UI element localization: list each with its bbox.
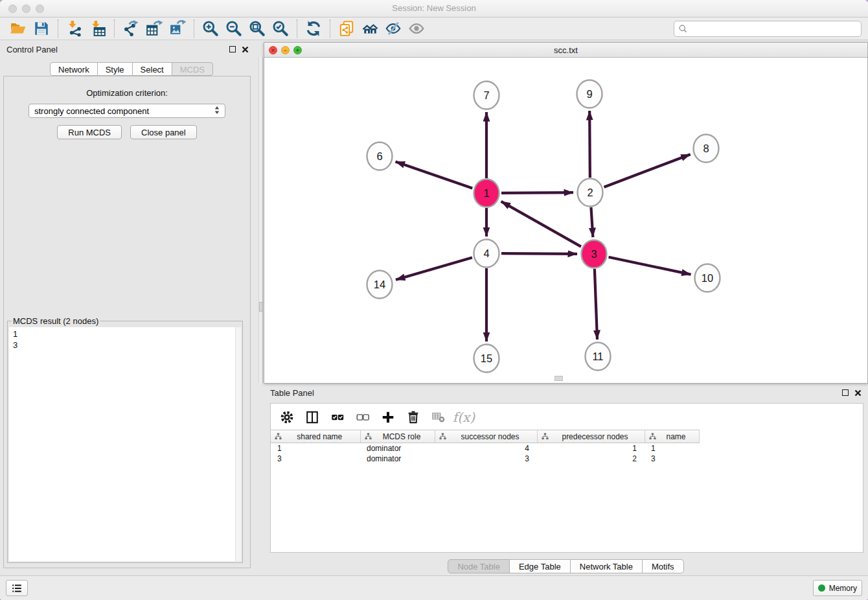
column-header-shared-name[interactable]: shared name <box>271 430 360 443</box>
export-table-button[interactable] <box>143 19 166 38</box>
cell-successor-nodes[interactable]: 4 <box>435 443 537 454</box>
node-9[interactable]: 9 <box>577 80 602 108</box>
float-panel-icon[interactable] <box>229 46 236 52</box>
table-row[interactable]: 3dominator323 <box>271 454 699 464</box>
node-3[interactable]: 3 <box>582 240 607 268</box>
cell-shared-name[interactable]: 1 <box>271 443 360 454</box>
zoom-out-icon <box>225 20 242 37</box>
tab-node-table[interactable]: Node Table <box>448 559 510 573</box>
cell-name[interactable]: 3 <box>645 454 699 464</box>
apply-layout-button[interactable] <box>302 19 325 38</box>
column-header-predecessor-nodes[interactable]: predecessor nodes <box>537 430 645 443</box>
column-header-mcds-role[interactable]: MCDS role <box>360 430 435 443</box>
network-zoom-button[interactable]: + <box>293 46 302 54</box>
close-table-panel-icon[interactable] <box>854 389 862 397</box>
edge-3-10[interactable] <box>609 257 691 275</box>
edge-2-9[interactable] <box>589 111 590 178</box>
cell-mcds-role[interactable]: dominator <box>360 443 435 454</box>
edge-2-3[interactable] <box>591 207 593 237</box>
tab-select[interactable]: Select <box>132 62 172 76</box>
add-row-button[interactable] <box>380 409 396 426</box>
select-all-button[interactable] <box>329 409 346 426</box>
refresh-icon <box>305 20 322 37</box>
tree-icon <box>542 433 549 440</box>
export-network-button[interactable] <box>119 19 143 38</box>
node-11[interactable]: 11 <box>586 343 611 371</box>
node-4[interactable]: 4 <box>474 240 499 268</box>
import-table-button[interactable] <box>86 19 109 38</box>
tab-network-table[interactable]: Network Table <box>570 559 643 573</box>
svg-text:7: 7 <box>483 89 489 101</box>
split-columns-button[interactable] <box>304 409 321 426</box>
table-row[interactable]: 1dominator411 <box>271 443 699 454</box>
memory-status-icon <box>818 584 825 592</box>
tab-motifs[interactable]: Motifs <box>642 559 684 573</box>
edge-1-6[interactable] <box>396 161 473 188</box>
deselect-all-button[interactable] <box>354 409 371 426</box>
criterion-select[interactable]: strongly connected component <box>29 104 225 118</box>
search-input[interactable] <box>691 24 857 34</box>
edge-4-14[interactable] <box>396 257 472 279</box>
save-session-button[interactable] <box>30 19 53 38</box>
tab-edge-table[interactable]: Edge Table <box>509 559 571 573</box>
node-1[interactable]: 1 <box>474 179 499 207</box>
edge-3-1[interactable] <box>501 202 581 247</box>
edge-3-11[interactable] <box>595 269 597 340</box>
cell-predecessor-nodes[interactable]: 2 <box>537 454 645 464</box>
export-image-button[interactable] <box>166 19 189 38</box>
column-header-successor-nodes[interactable]: successor nodes <box>435 430 537 443</box>
zoom-out-button[interactable] <box>222 19 246 38</box>
divider-handle[interactable] <box>259 302 263 312</box>
node-14[interactable]: 14 <box>367 271 393 299</box>
network-minimize-button[interactable]: − <box>281 46 290 54</box>
show-all-button[interactable] <box>405 19 428 38</box>
function-builder-button[interactable]: f(x) <box>455 409 472 426</box>
canvas-resize-handle[interactable] <box>554 376 563 381</box>
cell-shared-name[interactable]: 3 <box>271 454 360 464</box>
mcds-result-fieldset: MCDS result (2 nodes) 13 <box>7 316 243 563</box>
network-close-button[interactable]: ✕ <box>269 46 277 54</box>
network-window-titlebar[interactable]: ✕ − + scc.txt <box>264 43 867 58</box>
float-table-panel-icon[interactable] <box>842 389 849 396</box>
zoom-in-button[interactable] <box>199 19 222 38</box>
close-panel-button[interactable]: Close panel <box>130 125 197 139</box>
node-7[interactable]: 7 <box>474 82 499 110</box>
import-network-icon <box>66 20 83 37</box>
node-15[interactable]: 15 <box>474 345 499 373</box>
column-header-name[interactable]: name <box>645 430 699 443</box>
first-neighbors-button[interactable] <box>358 19 382 38</box>
duplicate-network-button[interactable] <box>335 19 358 38</box>
cell-predecessor-nodes[interactable]: 1 <box>537 443 645 454</box>
table-settings-button[interactable] <box>279 409 295 426</box>
tab-mcds[interactable]: MCDS <box>172 62 213 76</box>
run-mcds-button[interactable]: Run MCDS <box>57 125 122 139</box>
cell-successor-nodes[interactable]: 3 <box>435 454 537 464</box>
hide-selected-button[interactable] <box>382 19 405 38</box>
node-8[interactable]: 8 <box>694 135 719 163</box>
task-history-button[interactable] <box>6 580 28 596</box>
main-toolbar <box>0 17 868 40</box>
open-session-button[interactable] <box>6 19 30 38</box>
node-6[interactable]: 6 <box>367 143 393 170</box>
memory-button[interactable]: Memory <box>813 580 862 596</box>
network-window: ✕ − + scc.txt 1234678910111415 <box>264 42 868 384</box>
tab-style[interactable]: Style <box>97 62 133 76</box>
zoom-selected-button[interactable] <box>269 19 292 38</box>
close-panel-icon[interactable] <box>242 46 249 53</box>
result-scrollbar[interactable] <box>235 327 241 561</box>
table-panel: Table Panel <box>264 386 868 575</box>
edge-4-3[interactable] <box>501 253 577 254</box>
edge-2-8[interactable] <box>604 154 691 187</box>
svg-text:11: 11 <box>592 351 603 362</box>
network-canvas[interactable]: 1234678910111415 <box>264 58 867 383</box>
node-10[interactable]: 10 <box>695 264 720 292</box>
cell-name[interactable]: 1 <box>645 443 699 454</box>
node-2[interactable]: 2 <box>578 179 603 207</box>
cell-mcds-role[interactable]: dominator <box>360 454 435 464</box>
tab-network[interactable]: Network <box>50 62 98 76</box>
delete-table-button[interactable] <box>430 409 447 426</box>
zoom-fit-button[interactable] <box>246 19 269 38</box>
delete-row-button[interactable] <box>405 409 422 426</box>
import-network-button[interactable] <box>63 19 86 38</box>
edge-1-2[interactable] <box>501 192 573 193</box>
